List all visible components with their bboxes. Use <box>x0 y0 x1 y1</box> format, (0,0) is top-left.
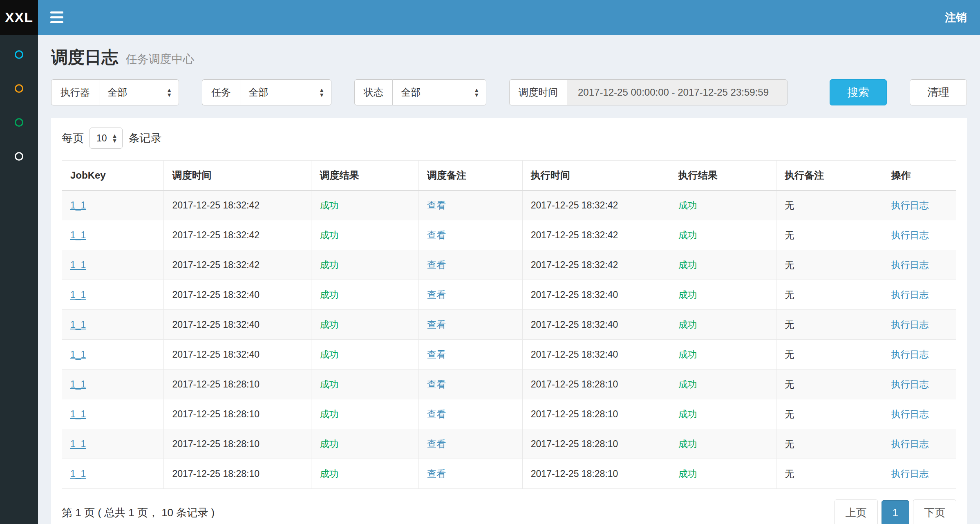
handle-msg-cell: 无 <box>776 220 883 250</box>
handle-msg-cell: 无 <box>776 429 883 459</box>
trigger-msg-link[interactable]: 查看 <box>427 319 446 330</box>
handle-msg-cell: 无 <box>776 369 883 399</box>
menu-toggle-button[interactable] <box>50 11 63 23</box>
handle-time-cell: 2017-12-25 18:32:40 <box>522 310 670 340</box>
jobkey-link[interactable]: 1_1 <box>70 439 86 449</box>
status-select-value: 全部 <box>401 86 421 99</box>
job-select-value: 全部 <box>248 86 268 99</box>
jobkey-link[interactable]: 1_1 <box>70 200 86 210</box>
jobkey-link[interactable]: 1_1 <box>70 319 86 330</box>
table-row: 1_1 2017-12-25 18:28:10 成功 查看 2017-12-25… <box>62 369 956 399</box>
sidebar <box>0 35 38 524</box>
handle-time-cell: 2017-12-25 18:32:42 <box>522 220 670 250</box>
trigger-msg-link[interactable]: 查看 <box>427 230 446 240</box>
table-row: 1_1 2017-12-25 18:28:10 成功 查看 2017-12-25… <box>62 399 956 429</box>
handle-msg-cell: 无 <box>776 340 883 369</box>
handle-result-text: 成功 <box>678 260 697 270</box>
page-size-select[interactable]: 10 ▲▼ <box>89 128 123 149</box>
table-row: 1_1 2017-12-25 18:32:42 成功 查看 2017-12-25… <box>62 250 956 280</box>
executor-select-value: 全部 <box>107 86 127 99</box>
execution-log-link[interactable]: 执行日志 <box>891 379 929 390</box>
page-subtitle: 任务调度中心 <box>125 53 194 65</box>
table-row: 1_1 2017-12-25 18:32:40 成功 查看 2017-12-25… <box>62 340 956 369</box>
execution-log-link[interactable]: 执行日志 <box>891 260 929 270</box>
prev-page-button[interactable]: 上页 <box>835 499 878 524</box>
trigger-time-cell: 2017-12-25 18:28:10 <box>164 369 311 399</box>
sidebar-item-4[interactable] <box>15 152 23 161</box>
handle-result-text: 成功 <box>678 349 697 360</box>
trigger-time-cell: 2017-12-25 18:28:10 <box>164 429 311 459</box>
execution-log-link[interactable]: 执行日志 <box>891 349 929 360</box>
trigger-time-range-input[interactable]: 2017-12-25 00:00:00 - 2017-12-25 23:59:5… <box>567 79 788 105</box>
execution-log-link[interactable]: 执行日志 <box>891 439 929 449</box>
handle-msg-cell: 无 <box>776 459 883 489</box>
select-arrows-icon: ▲▼ <box>166 87 172 97</box>
execution-log-link[interactable]: 执行日志 <box>891 409 929 419</box>
execution-log-link[interactable]: 执行日志 <box>891 230 929 240</box>
handle-msg-cell: 无 <box>776 310 883 340</box>
trigger-msg-link[interactable]: 查看 <box>427 289 446 300</box>
circle-icon <box>15 152 23 161</box>
trigger-msg-link[interactable]: 查看 <box>427 200 446 210</box>
page-size-label-before: 每页 <box>62 131 84 146</box>
filter-bar: 执行器 全部 ▲▼ 任务 全部 ▲▼ 状态 全部 ▲▼ <box>51 79 967 105</box>
log-table-body: 1_1 2017-12-25 18:32:42 成功 查看 2017-12-25… <box>62 190 956 489</box>
trigger-result-text: 成功 <box>320 379 338 390</box>
jobkey-link[interactable]: 1_1 <box>70 409 86 419</box>
navbar-main: 注销 <box>38 0 980 35</box>
table-row: 1_1 2017-12-25 18:32:40 成功 查看 2017-12-25… <box>62 310 956 340</box>
trigger-result-text: 成功 <box>320 289 338 300</box>
column-header-trigger-result: 调度结果 <box>311 161 419 190</box>
clear-button[interactable]: 清理 <box>910 79 967 105</box>
status-filter-group: 状态 全部 ▲▼ <box>354 79 486 105</box>
search-button[interactable]: 搜索 <box>830 79 887 105</box>
hamburger-icon <box>50 11 63 13</box>
trigger-msg-link[interactable]: 查看 <box>427 409 446 419</box>
jobkey-link[interactable]: 1_1 <box>70 289 86 300</box>
trigger-msg-link[interactable]: 查看 <box>427 439 446 449</box>
trigger-msg-link[interactable]: 查看 <box>427 260 446 270</box>
execution-log-link[interactable]: 执行日志 <box>891 319 929 330</box>
column-header-jobkey: JobKey <box>62 161 164 190</box>
jobkey-link[interactable]: 1_1 <box>70 230 86 240</box>
jobkey-link[interactable]: 1_1 <box>70 260 86 270</box>
jobkey-link[interactable]: 1_1 <box>70 379 86 390</box>
sidebar-item-2[interactable] <box>15 84 23 93</box>
handle-msg-cell: 无 <box>776 280 883 310</box>
pagination-summary: 第 1 页 ( 总共 1 页， 10 条记录 ) <box>62 506 215 520</box>
sidebar-item-1[interactable] <box>15 50 23 59</box>
hamburger-icon <box>50 16 63 18</box>
app-logo[interactable]: XXL <box>0 0 38 35</box>
next-page-button[interactable]: 下页 <box>913 499 956 524</box>
trigger-result-text: 成功 <box>320 260 338 270</box>
execution-log-link[interactable]: 执行日志 <box>891 200 929 210</box>
handle-result-text: 成功 <box>678 289 697 300</box>
jobkey-link[interactable]: 1_1 <box>70 349 86 360</box>
current-page-button[interactable]: 1 <box>882 500 909 524</box>
select-arrows-icon: ▲▼ <box>319 87 324 97</box>
trigger-result-text: 成功 <box>320 409 338 419</box>
handle-msg-cell: 无 <box>776 399 883 429</box>
trigger-msg-link[interactable]: 查看 <box>427 468 446 479</box>
executor-select[interactable]: 全部 ▲▼ <box>99 79 179 105</box>
jobkey-link[interactable]: 1_1 <box>70 468 86 479</box>
column-header-trigger-msg: 调度备注 <box>418 161 522 190</box>
column-header-action: 操作 <box>883 161 956 190</box>
page-header: 调度日志 任务调度中心 <box>51 46 967 69</box>
trigger-result-text: 成功 <box>320 200 338 210</box>
logout-link[interactable]: 注销 <box>945 10 967 25</box>
execution-log-link[interactable]: 执行日志 <box>891 289 929 300</box>
status-filter-label: 状态 <box>354 79 392 105</box>
page-size-row: 每页 10 ▲▼ 条记录 <box>62 128 956 149</box>
sidebar-item-3[interactable] <box>15 118 23 127</box>
trigger-time-cell: 2017-12-25 18:32:40 <box>164 280 311 310</box>
executor-filter-label: 执行器 <box>51 79 99 105</box>
handle-time-cell: 2017-12-25 18:28:10 <box>522 399 670 429</box>
job-select[interactable]: 全部 ▲▼ <box>240 79 331 105</box>
trigger-msg-link[interactable]: 查看 <box>427 379 446 390</box>
execution-log-link[interactable]: 执行日志 <box>891 468 929 479</box>
trigger-msg-link[interactable]: 查看 <box>427 349 446 360</box>
table-header-row: JobKey 调度时间 调度结果 调度备注 执行时间 执行结果 执行备注 操作 <box>62 161 956 190</box>
table-row: 1_1 2017-12-25 18:28:10 成功 查看 2017-12-25… <box>62 459 956 489</box>
status-select[interactable]: 全部 ▲▼ <box>392 79 486 105</box>
